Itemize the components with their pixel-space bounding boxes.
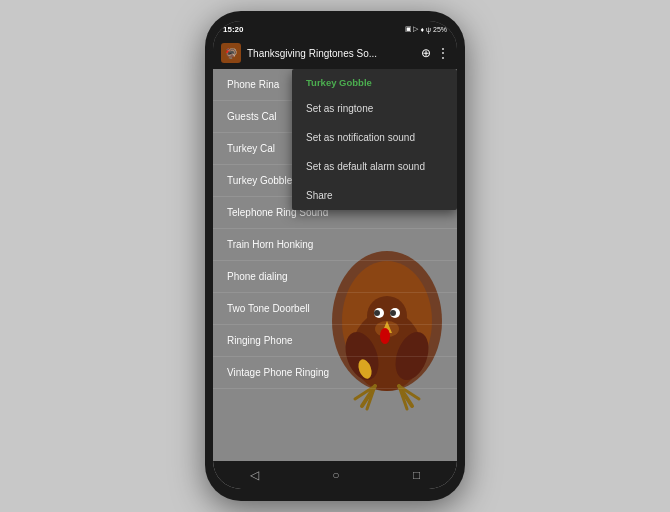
more-button[interactable]: ⋮ <box>437 46 449 60</box>
app-title: Thanksgiving Ringtones So... <box>247 48 415 59</box>
ringtone-item[interactable]: Ringing Phone <box>213 325 457 357</box>
share-item[interactable]: Share <box>292 181 457 210</box>
ringtone-item[interactable]: Vintage Phone Ringing <box>213 357 457 389</box>
home-button[interactable]: ○ <box>332 468 339 482</box>
set-alarm-item[interactable]: Set as default alarm sound <box>292 152 457 181</box>
app-icon: 🦃 <box>221 43 241 63</box>
status-bar: 15:20 ▣ ▷ ♦ ψ 25% <box>213 21 457 37</box>
phone-device: 15:20 ▣ ▷ ♦ ψ 25% 🦃 Thanksgiving Rington… <box>205 11 465 501</box>
share-button[interactable]: ⊕ <box>421 46 431 60</box>
context-menu: Turkey Gobble Set as ringtone Set as not… <box>292 69 457 210</box>
ringtone-item[interactable]: Train Horn Honking <box>213 229 457 261</box>
nav-bar: ◁ ○ □ <box>213 461 457 489</box>
ringtone-item[interactable]: Two Tone Doorbell <box>213 293 457 325</box>
set-notification-item[interactable]: Set as notification sound <box>292 123 457 152</box>
back-button[interactable]: ◁ <box>250 468 259 482</box>
ringtone-item[interactable]: Phone dialing <box>213 261 457 293</box>
status-time: 15:20 <box>223 25 243 34</box>
status-icons: ▣ ▷ ♦ ψ 25% <box>405 25 447 33</box>
recents-button[interactable]: □ <box>413 468 420 482</box>
app-bar-actions: ⊕ ⋮ <box>421 46 449 60</box>
app-bar: 🦃 Thanksgiving Ringtones So... ⊕ ⋮ <box>213 37 457 69</box>
phone-screen: 15:20 ▣ ▷ ♦ ψ 25% 🦃 Thanksgiving Rington… <box>213 21 457 489</box>
content-area: Phone Rina Guests Cal Turkey Cal Turkey … <box>213 69 457 461</box>
signal-icons: ♦ ψ <box>420 26 431 33</box>
notification-icons: ▣ ▷ <box>405 25 419 33</box>
context-menu-header: Turkey Gobble <box>292 69 457 94</box>
battery-indicator: 25% <box>433 26 447 33</box>
set-ringtone-item[interactable]: Set as ringtone <box>292 94 457 123</box>
